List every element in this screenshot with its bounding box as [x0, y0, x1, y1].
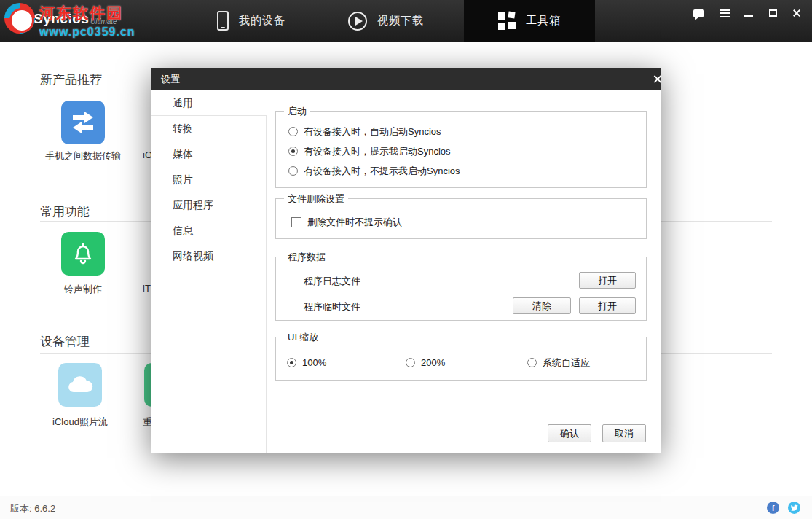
option-label: 删除文件时不提示确认: [307, 216, 402, 229]
sidebar-item-general[interactable]: 通用: [151, 90, 267, 116]
log-files-label: 程序日志文件: [304, 275, 360, 288]
sidebar-item-messages[interactable]: 信息: [151, 218, 266, 243]
facebook-icon[interactable]: f: [767, 502, 779, 514]
hamburger-icon: [720, 9, 730, 17]
dialog-body: 通用 转换 媒体 照片 应用程序 信息 网络视频 启动 有设备接入时，自动启动S…: [151, 90, 661, 453]
section-title-device-management: 设备管理: [40, 333, 90, 350]
confirm-button[interactable]: 确认: [548, 424, 591, 442]
sidebar-item-media[interactable]: 媒体: [151, 141, 266, 167]
radio-icon-checked[interactable]: [288, 147, 298, 156]
tab-label: 工具箱: [526, 14, 561, 28]
watermark-site-url: www.pc0359.cn: [39, 26, 135, 39]
sidebar-item-online-video[interactable]: 网络视频: [151, 243, 266, 269]
option-label: 100%: [302, 357, 326, 368]
feature-label-partial: iT: [143, 283, 151, 294]
bell-icon: [71, 241, 95, 266]
delete-confirm-option[interactable]: 删除文件时不提示确认: [291, 212, 402, 232]
section-title-new-products: 新产品推荐: [40, 71, 102, 88]
option-label: 200%: [421, 357, 445, 368]
transfer-arrows-icon: [70, 111, 96, 134]
feature-label: 铃声制作: [38, 283, 128, 296]
group-ui-scale: UI 缩放 100% 200% 系统自适应: [275, 337, 647, 381]
scale-option-100[interactable]: 100%: [287, 353, 326, 372]
feature-label: 手机之间数据传输: [38, 149, 128, 163]
dialog-title: 设置: [161, 73, 180, 86]
tab-toolbox[interactable]: 工具箱: [464, 0, 595, 42]
cancel-button[interactable]: 取消: [602, 424, 646, 442]
checkbox-icon[interactable]: [291, 217, 301, 227]
tab-label: 视频下载: [377, 14, 424, 28]
option-label: 有设备接入时，自动启动Syncios: [304, 125, 441, 138]
minimize-button[interactable]: [741, 5, 757, 21]
option-label: 有设备接入时，不提示我启动Syncios: [304, 165, 460, 178]
maximize-button[interactable]: [765, 5, 781, 21]
twitter-bird-icon: [790, 504, 798, 512]
minimize-icon: [744, 15, 753, 17]
twitter-icon[interactable]: [788, 502, 800, 514]
feature-phone-transfer[interactable]: [61, 101, 105, 144]
menu-button[interactable]: [717, 5, 733, 21]
group-startup-title: 启动: [284, 105, 310, 118]
group-program-data: 程序数据 程序日志文件 打开 程序临时文件 清除 打开: [275, 257, 647, 321]
group-file-delete-title: 文件删除设置: [284, 192, 348, 206]
radio-icon[interactable]: [527, 358, 537, 367]
sidebar-item-apps[interactable]: 应用程序: [151, 192, 266, 218]
open-log-button[interactable]: 打开: [579, 272, 636, 289]
radio-icon[interactable]: [288, 166, 298, 176]
startup-option-prompt[interactable]: 有设备接入时，提示我启动Syncios: [288, 141, 646, 161]
maximize-icon: [769, 9, 777, 17]
feedback-button[interactable]: [690, 5, 706, 21]
temp-files-label: 程序临时文件: [304, 300, 360, 313]
radio-icon-checked[interactable]: [287, 358, 296, 367]
toolbox-grid-icon: [498, 12, 516, 30]
radio-icon[interactable]: [288, 127, 298, 136]
clear-temp-button[interactable]: 清除: [513, 297, 571, 314]
app-window: S Syncios Ultimate 我的设备 视频下载 工具箱: [0, 0, 812, 519]
startup-option-auto[interactable]: 有设备接入时，自动启动Syncios: [288, 122, 646, 141]
tab-my-devices[interactable]: 我的设备: [186, 0, 317, 42]
cloud-icon: [66, 375, 94, 395]
sidebar-divider: [266, 90, 267, 453]
option-label: 系统自适应: [543, 356, 590, 370]
dialog-titlebar[interactable]: 设置: [151, 68, 661, 90]
startup-option-no-prompt[interactable]: 有设备接入时，不提示我启动Syncios: [288, 161, 646, 181]
phone-icon: [217, 11, 229, 31]
sidebar-item-convert[interactable]: 转换: [151, 116, 266, 141]
option-label: 有设备接入时，提示我启动Syncios: [304, 145, 451, 158]
scale-option-200[interactable]: 200%: [406, 353, 445, 372]
chat-bubble-icon: [693, 9, 704, 17]
scale-option-system[interactable]: 系统自适应: [527, 353, 590, 372]
settings-dialog: 设置 通用 转换 媒体 照片 应用程序 信息 网络视频 启动 有设备接入时，自动…: [151, 68, 661, 453]
feature-icloud-photostream[interactable]: [58, 363, 102, 407]
feature-label: iCloud照片流: [35, 415, 125, 429]
watermark: 河东软件园 www.pc0359.cn: [4, 3, 135, 39]
statusbar: 版本: 6.6.2 f: [0, 496, 812, 519]
version-label: 版本: 6.6.2: [10, 502, 55, 515]
sidebar-item-photos[interactable]: 照片: [151, 167, 266, 192]
play-icon: [348, 12, 367, 31]
close-button[interactable]: [789, 5, 805, 21]
feature-ringtone-maker[interactable]: [61, 232, 105, 276]
tab-label: 我的设备: [239, 14, 285, 28]
radio-icon[interactable]: [406, 358, 415, 367]
group-startup: 启动 有设备接入时，自动启动Syncios 有设备接入时，提示我启动Syncio…: [275, 111, 647, 188]
section-title-common: 常用功能: [40, 203, 90, 220]
group-ui-scale-title: UI 缩放: [284, 331, 323, 344]
group-program-data-title: 程序数据: [284, 251, 329, 264]
tab-video-download[interactable]: 视频下载: [320, 0, 452, 42]
group-file-delete: 文件删除设置 删除文件时不提示确认: [275, 198, 647, 239]
watermark-logo-icon: [4, 3, 35, 34]
open-temp-button[interactable]: 打开: [579, 297, 636, 314]
watermark-site-name: 河东软件园: [39, 3, 135, 23]
close-icon: [792, 9, 801, 17]
